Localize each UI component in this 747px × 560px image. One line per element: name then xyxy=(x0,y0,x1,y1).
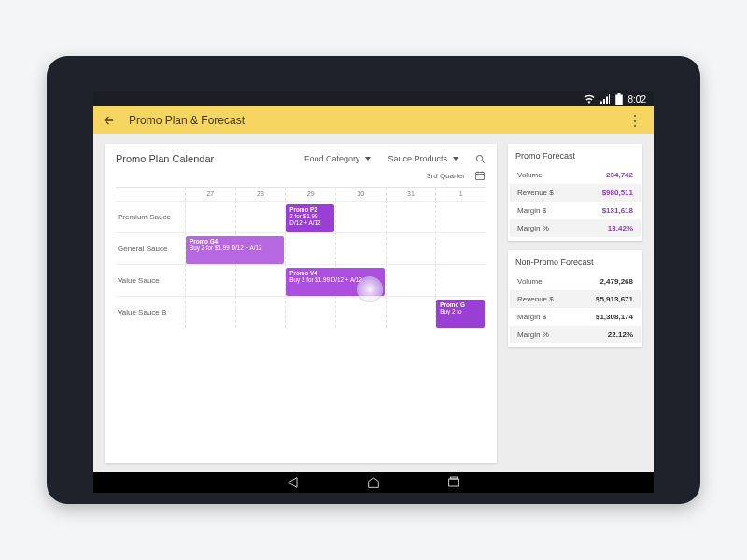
row-header: General Sauce xyxy=(116,232,185,264)
overflow-menu-icon[interactable]: ⋮ xyxy=(626,112,644,130)
calendar-cell[interactable] xyxy=(386,232,436,264)
signal-icon xyxy=(600,94,610,104)
filter-food-category[interactable]: Food Category xyxy=(304,154,372,163)
row-header: Premium Sauce xyxy=(116,201,185,232)
calendar-header: Promo Plan Calendar Food Category Sauce … xyxy=(116,153,486,164)
panel-title: Non-Promo Forecast xyxy=(515,258,635,267)
chevron-down-icon xyxy=(453,157,458,161)
calendar-cell[interactable] xyxy=(185,296,235,328)
screen: 8:02 Promo Plan & Forecast ⋮ Promo Plan … xyxy=(93,91,654,493)
calendar-cell[interactable] xyxy=(386,264,436,296)
promo-bar[interactable]: Promo V4Buy 2 for $1.99 D/12 + A/12 xyxy=(286,268,384,296)
calendar-cell[interactable] xyxy=(335,296,386,328)
forecast-row: Volume234,742 xyxy=(515,166,635,184)
status-time: 8:02 xyxy=(628,94,646,105)
promo-bar[interactable]: Promo GBuy 2 fo xyxy=(436,300,485,328)
system-nav-bar xyxy=(93,472,654,493)
calendar-title: Promo Plan Calendar xyxy=(116,153,288,164)
svg-point-0 xyxy=(476,155,482,161)
nonpromo-forecast-panel: Non-Promo Forecast Volume2,479,268Revenu… xyxy=(508,250,642,347)
forecast-row: Revenue $$5,913,671 xyxy=(510,290,641,308)
panel-title: Promo Forecast xyxy=(515,151,635,161)
calendar-cell[interactable] xyxy=(235,201,286,232)
wifi-icon xyxy=(584,94,595,104)
forecast-row: Volume2,479,268 xyxy=(515,273,635,290)
column-header: 30 xyxy=(335,188,386,201)
promo-forecast-panel: Promo Forecast Volume234,742Revenue $$98… xyxy=(508,144,642,241)
search-icon[interactable] xyxy=(475,154,486,164)
calendar-icon[interactable] xyxy=(474,170,486,181)
app-bar: Promo Plan & Forecast ⋮ xyxy=(93,106,654,134)
svg-rect-1 xyxy=(476,173,485,180)
side-panels: Promo Forecast Volume234,742Revenue $$98… xyxy=(508,144,642,463)
column-header: 31 xyxy=(386,188,436,201)
svg-rect-3 xyxy=(451,477,458,479)
nav-home-icon[interactable] xyxy=(366,476,381,489)
calendar-subheader: 3rd Quarter xyxy=(116,170,486,181)
calendar-card: Promo Plan Calendar Food Category Sauce … xyxy=(105,144,497,463)
forecast-row: Margin $$1,308,174 xyxy=(515,308,635,326)
column-header: 1 xyxy=(435,188,486,201)
calendar-cell[interactable] xyxy=(435,264,486,296)
calendar-cell[interactable] xyxy=(386,296,436,328)
nav-recent-icon[interactable] xyxy=(446,476,461,489)
content-area: Promo Plan Calendar Food Category Sauce … xyxy=(93,134,654,472)
tablet-frame: 8:02 Promo Plan & Forecast ⋮ Promo Plan … xyxy=(47,56,700,504)
chevron-down-icon xyxy=(365,157,371,161)
calendar-cell[interactable] xyxy=(435,232,486,264)
calendar-cell[interactable] xyxy=(386,201,436,232)
calendar-cell[interactable] xyxy=(185,201,235,232)
calendar-cell[interactable] xyxy=(435,201,486,232)
forecast-row: Margin $$131,618 xyxy=(515,202,635,219)
calendar-cell[interactable] xyxy=(235,264,286,296)
status-bar: 8:02 xyxy=(93,91,654,106)
forecast-row: Margin %22.12% xyxy=(510,326,641,343)
calendar-cell[interactable] xyxy=(185,264,235,296)
svg-rect-2 xyxy=(449,479,459,486)
forecast-row: Margin %13.42% xyxy=(510,219,641,237)
calendar-cell[interactable] xyxy=(235,296,286,328)
filter-sauce-products[interactable]: Sauce Products xyxy=(388,154,458,163)
forecast-row: Revenue $$980,511 xyxy=(510,184,641,202)
back-icon[interactable] xyxy=(103,114,116,127)
promo-bar[interactable]: Promo P22 for $1.99 D/12 + A/12 xyxy=(286,204,334,232)
page-title: Promo Plan & Forecast xyxy=(129,114,613,127)
column-header: 29 xyxy=(285,188,335,201)
column-header: 27 xyxy=(185,188,235,201)
period-label: 3rd Quarter xyxy=(427,172,465,180)
promo-bar[interactable]: Promo G4Buy 2 for $1.99 D/12 + A/12 xyxy=(186,236,284,264)
battery-icon xyxy=(615,93,623,105)
calendar-cell[interactable] xyxy=(285,296,335,328)
column-header: 28 xyxy=(235,188,286,201)
calendar-cell[interactable] xyxy=(335,232,386,264)
nav-back-icon[interactable] xyxy=(286,476,301,489)
row-header: Value Sauce B xyxy=(116,296,185,328)
calendar-cell[interactable] xyxy=(285,232,335,264)
calendar-grid: 27282930311Premium SauceGeneral SauceVal… xyxy=(116,187,486,457)
calendar-cell[interactable] xyxy=(335,201,386,232)
row-header: Value Sauce xyxy=(116,264,185,296)
